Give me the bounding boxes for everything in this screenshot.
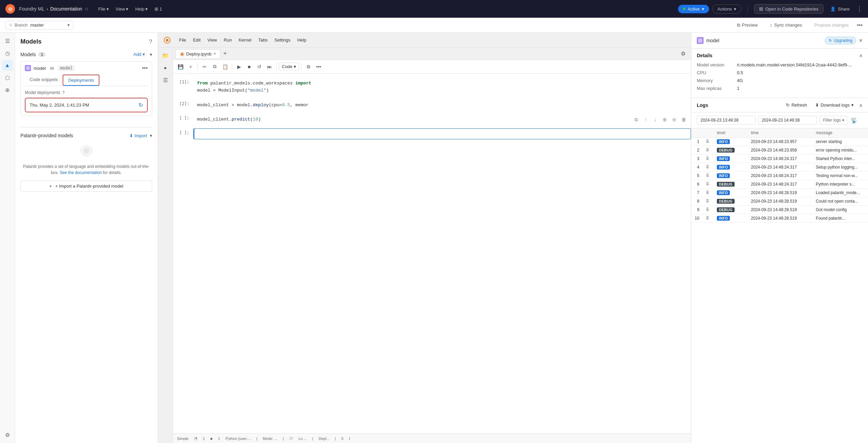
- toolbar-save-button[interactable]: 💾: [176, 62, 185, 72]
- drag3-8: [805, 197, 813, 206]
- toolbar-run-button[interactable]: ▶: [234, 62, 244, 72]
- second-bar-more-button[interactable]: •••: [857, 22, 863, 28]
- log-msg-6: Python interpreter s...: [813, 180, 868, 189]
- breadcrumb-parent[interactable]: Foundry ML: [19, 6, 45, 12]
- cell-merge-action[interactable]: ⊕: [660, 115, 669, 124]
- logs-date-from-input[interactable]: [697, 116, 755, 125]
- menu-grid[interactable]: ⊞ 1: [152, 5, 165, 13]
- active-status-badge[interactable]: Active ▾: [678, 5, 709, 13]
- log-num-3: 3: [691, 155, 703, 163]
- toolbar-add-cell-button[interactable]: +: [186, 62, 195, 72]
- toolbar-cut-button[interactable]: ✂: [200, 62, 209, 72]
- cell-code-3[interactable]: model_client.predict(10): [193, 114, 691, 126]
- toolbar-more-button[interactable]: •••: [314, 62, 323, 72]
- cell-code-1[interactable]: from palantir_models.code_workspaces imp…: [193, 78, 691, 97]
- drag2-1: [740, 138, 748, 146]
- branch-selector[interactable]: ⑂ Branch master ▾: [5, 21, 74, 30]
- open-code-button[interactable]: ⊞ Open in Code Repositories: [754, 4, 823, 14]
- nb-menu-kernel[interactable]: Kernel: [236, 36, 254, 44]
- nb-sidebar-files-icon[interactable]: 📁: [160, 50, 171, 61]
- model-item: model as model ••• Code snippets Deploym…: [20, 61, 152, 116]
- cell-split-action[interactable]: ⊖: [670, 115, 679, 124]
- sync-changes-button[interactable]: ↕ Sync changes: [766, 21, 806, 29]
- details-collapse-button[interactable]: ∧: [859, 53, 863, 58]
- right-panel-close-button[interactable]: ×: [859, 37, 863, 44]
- log-num-10: 10: [691, 214, 703, 223]
- nb-sidebar-circle-icon[interactable]: ●: [160, 63, 171, 73]
- share-button[interactable]: 👤 Share: [827, 5, 853, 13]
- cell-code-2[interactable]: model_client = model.deploy(cpu=0.5, mem…: [193, 99, 691, 111]
- notebook-gear-button[interactable]: ⚙: [678, 49, 688, 59]
- nb-sidebar-list-icon[interactable]: ☰: [160, 75, 171, 85]
- refresh-logs-button[interactable]: ↻ Refresh: [783, 101, 810, 109]
- sidebar-icon-add[interactable]: ⊕: [2, 84, 13, 95]
- nb-menu-help[interactable]: Help: [294, 36, 309, 44]
- nb-menu-view[interactable]: View: [205, 36, 220, 44]
- models-section-collapse[interactable]: ▾: [150, 52, 152, 57]
- drag3-7: [805, 189, 813, 197]
- nb-menu-edit[interactable]: Edit: [190, 36, 203, 44]
- drag2-6: [740, 180, 748, 189]
- log-num-2: 2: [691, 146, 703, 155]
- palantir-doc-link[interactable]: See the documentation: [60, 170, 101, 175]
- notebook-tab-close-button[interactable]: ×: [213, 51, 216, 56]
- add-model-button[interactable]: Add ▾: [131, 51, 147, 58]
- nb-menu-file[interactable]: File: [176, 36, 189, 44]
- menu-view[interactable]: View ▾: [113, 5, 131, 13]
- toolbar-copy-button[interactable]: ⧉: [210, 62, 220, 72]
- toolbar-restart-button[interactable]: ↺: [255, 62, 264, 72]
- breadcrumb-star[interactable]: ☆: [84, 6, 89, 12]
- sidebar-icon-models[interactable]: ▲: [2, 60, 13, 71]
- nb-menu-settings[interactable]: Settings: [272, 36, 293, 44]
- cell-delete-action[interactable]: 🗑: [679, 115, 688, 124]
- tab-code-snippets[interactable]: Code snippets: [25, 75, 63, 86]
- details-section: Details ∧ Model version ri.models.main.m…: [691, 49, 868, 98]
- menu-help[interactable]: Help ▾: [132, 5, 150, 13]
- status-separator3: |: [312, 437, 313, 441]
- feed-icon[interactable]: 📡: [851, 117, 857, 124]
- preview-button[interactable]: ⧉ Preview: [733, 21, 762, 30]
- notebook-add-tab-button[interactable]: +: [221, 50, 229, 58]
- cell-code-4[interactable]: [193, 128, 691, 139]
- nb-menu-tabs[interactable]: Tabs: [256, 36, 270, 44]
- cell-up-action[interactable]: ↑: [641, 115, 650, 124]
- drag-handle-2: ⠿: [703, 146, 713, 155]
- models-help-icon[interactable]: ?: [149, 39, 152, 45]
- cell-copy-action[interactable]: ⧉: [632, 115, 641, 124]
- deployments-help-icon[interactable]: ?: [62, 90, 65, 95]
- actions-button[interactable]: Actions ▾: [712, 4, 742, 14]
- sidebar-icon-menu[interactable]: ☰: [2, 35, 13, 46]
- tab-deployments[interactable]: Deployments: [63, 75, 99, 86]
- top-bar: ◎ Foundry ML › Documentation ☆ File ▾ Vi…: [0, 0, 868, 18]
- sidebar-icon-history[interactable]: ◷: [2, 48, 13, 59]
- breadcrumb-current[interactable]: Documentation: [50, 6, 82, 12]
- propose-changes-button[interactable]: Propose changes: [810, 21, 853, 29]
- palantir-collapse[interactable]: ▾: [150, 133, 152, 138]
- drag3-1: [805, 138, 813, 146]
- sidebar-icon-graph[interactable]: ⬡: [2, 72, 13, 83]
- share-icon: 👤: [830, 6, 836, 12]
- top-bar-more-button[interactable]: ⋮: [856, 5, 863, 13]
- filter-logs-button[interactable]: Filter logs ▾: [819, 116, 848, 125]
- import-button[interactable]: ⬇ Import: [129, 133, 147, 138]
- toolbar-paste-button[interactable]: 📋: [220, 62, 230, 72]
- import-palantir-button[interactable]: + + Import a Palantir-provided model: [20, 180, 152, 192]
- logs-collapse-button[interactable]: ∧: [859, 102, 863, 108]
- detail-value-cpu: 0.5: [737, 70, 743, 75]
- notebook-inner: 📁 ● ☰ ◉ Deploy.ipynb × + ⚙: [158, 48, 691, 443]
- nb-menu-run[interactable]: Run: [221, 36, 235, 44]
- toolbar-gear-button[interactable]: ⚙: [304, 62, 313, 72]
- cell-down-action[interactable]: ↓: [651, 115, 660, 124]
- menu-file[interactable]: File ▾: [96, 5, 112, 13]
- log-time-10: 2024-09-23 14:48:28.519: [748, 214, 805, 223]
- toolbar-stop-button[interactable]: ■: [244, 62, 254, 72]
- logs-title: Logs: [697, 102, 708, 108]
- logs-date-to-input[interactable]: [758, 116, 817, 125]
- notebook-tab-deploy[interactable]: ◉ Deploy.ipynb ×: [176, 49, 220, 58]
- deployment-refresh-icon[interactable]: ↻: [139, 102, 143, 108]
- download-logs-button[interactable]: ⬇ Download logs ▾: [813, 101, 856, 109]
- sidebar-icon-settings[interactable]: ⚙: [2, 429, 13, 440]
- cell-type-selector[interactable]: Code ▾: [279, 63, 299, 70]
- model-item-menu-button[interactable]: •••: [142, 65, 148, 71]
- toolbar-fast-forward-button[interactable]: ⏭: [265, 62, 274, 72]
